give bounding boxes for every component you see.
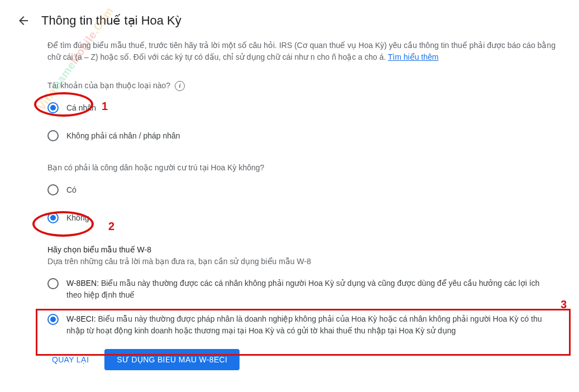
- intro-text: Để tìm đúng biểu mẫu thuế, trước tiên hã…: [47, 40, 557, 63]
- option-yes[interactable]: Có: [47, 184, 557, 196]
- radio-icon[interactable]: [47, 184, 59, 195]
- q2-label: Bạn có phải là công dân hoặc người cư tr…: [47, 162, 264, 174]
- radio-icon[interactable]: [47, 278, 59, 289]
- option-label: Không: [66, 212, 89, 224]
- q3-sub: Dựa trên những câu trả lời mà bạn đưa ra…: [47, 256, 557, 267]
- radio-icon[interactable]: [47, 130, 59, 141]
- option-label: Có: [66, 184, 76, 196]
- learn-more-link[interactable]: Tìm hiểu thêm: [388, 52, 439, 61]
- opt-text: Biểu mẫu này thường được các cá nhân khô…: [66, 279, 539, 299]
- radio-icon[interactable]: [47, 314, 59, 325]
- opt-name: W-8BEN:: [66, 279, 99, 288]
- question-w8-form: Hãy chọn biểu mẫu thuế W-8 Dựa trên nhữn…: [47, 244, 557, 337]
- option-desc: W-8ECI: Biểu mẫu này thường được pháp nh…: [66, 313, 557, 337]
- radio-icon[interactable]: [47, 212, 59, 223]
- info-icon[interactable]: i: [175, 81, 185, 91]
- q3-heading: Hãy chọn biểu mẫu thuế W-8: [47, 244, 557, 256]
- opt-name: W-8ECI:: [66, 314, 96, 323]
- option-individual[interactable]: Cá nhân: [47, 102, 557, 114]
- opt-text: Biểu mẫu này thường được pháp nhân là do…: [66, 314, 542, 335]
- back-button[interactable]: Quay lại: [47, 350, 93, 370]
- q1-label: Tài khoản của bạn thuộc loại nào?: [47, 80, 170, 92]
- intro-body: Để tìm đúng biểu mẫu thuế, trước tiên hã…: [47, 41, 556, 61]
- option-w8ben[interactable]: W-8BEN: Biểu mẫu này thường được các cá …: [47, 278, 557, 301]
- option-w8eci[interactable]: W-8ECI: Biểu mẫu này thường được pháp nh…: [47, 313, 557, 337]
- option-no[interactable]: Không: [47, 212, 557, 224]
- option-non-individual[interactable]: Không phải cá nhân / pháp nhân: [47, 130, 557, 142]
- radio-icon[interactable]: [47, 102, 59, 113]
- submit-button[interactable]: Sử dụng biểu mẫu W-8ECI: [104, 349, 240, 370]
- back-arrow-icon[interactable]: [17, 14, 30, 27]
- option-desc: W-8BEN: Biểu mẫu này thường được các cá …: [66, 278, 557, 301]
- question-account-type: Tài khoản của bạn thuộc loại nào? i Cá n…: [47, 80, 557, 142]
- question-us-citizen: Bạn có phải là công dân hoặc người cư tr…: [47, 162, 557, 224]
- option-label: Cá nhân: [66, 102, 96, 114]
- page-title: Thông tin thuế tại Hoa Kỳ: [41, 11, 181, 30]
- option-label: Không phải cá nhân / pháp nhân: [66, 130, 180, 142]
